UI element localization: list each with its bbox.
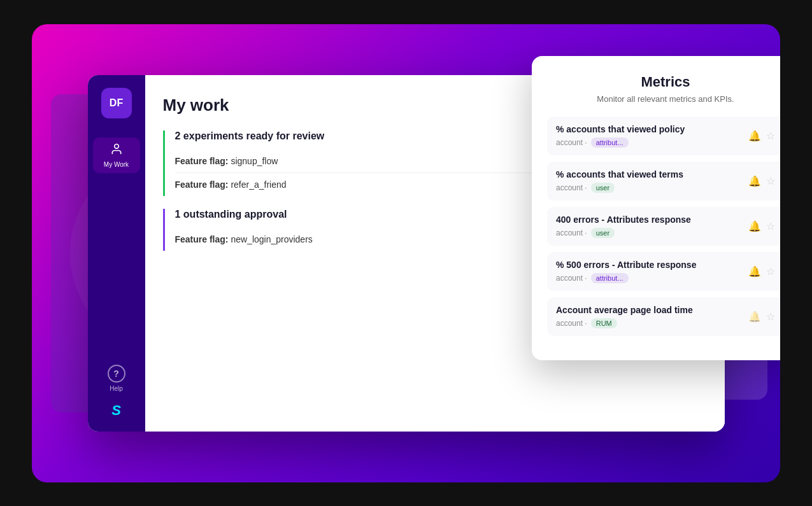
metric-tag-text-4: account · (556, 274, 587, 283)
metric-badge-1: attribut... (591, 137, 629, 148)
star-icon-4[interactable]: ☆ (766, 265, 775, 278)
metric-badge-2: user (591, 183, 615, 193)
metric-name-2: % accounts that viewed terms (556, 169, 748, 179)
feature-flag-key-2: Feature flag: (175, 179, 231, 190)
metric-info-5: Account average page load time account ·… (556, 305, 748, 328)
metric-tags-2: account · user (556, 183, 748, 193)
feature-flag-key-1: Feature flag: (175, 156, 231, 166)
metric-name-3: 400 errors - Attributes response (556, 214, 748, 225)
star-icon-5[interactable]: ☆ (766, 311, 775, 323)
my-work-icon (110, 143, 123, 158)
metrics-subtitle: Monitor all relevant metrics and KPIs. (547, 94, 780, 104)
bell-icon-1[interactable]: 🔔 (748, 130, 761, 142)
metric-info-2: % accounts that viewed terms account · u… (556, 169, 748, 193)
metric-tag-text-5: account · (556, 319, 587, 328)
metric-item-1: % accounts that viewed policy account · … (547, 116, 780, 155)
metric-tags-4: account · attribut... (556, 273, 748, 283)
feature-flag-label-3: Feature flag: new_login_providers (175, 234, 313, 244)
metric-item-2: % accounts that viewed terms account · u… (547, 162, 780, 200)
sidebar: DF My Work ? Help S (88, 75, 145, 432)
help-label: Help (110, 385, 123, 392)
star-icon-1[interactable]: ☆ (766, 130, 775, 142)
sidebar-bottom: ? Help S (108, 365, 125, 419)
metric-item-3: 400 errors - Attributes response account… (547, 207, 780, 246)
metric-tag-text-3: account · (556, 228, 587, 237)
feature-flag-key-3: Feature flag: (175, 234, 231, 244)
svg-point-0 (114, 144, 118, 148)
metric-actions-3: 🔔 ☆ (748, 220, 775, 232)
logo-mark: S (111, 402, 121, 419)
metric-tag-text-1: account · (556, 138, 587, 147)
metric-name-5: Account average page load time (556, 305, 748, 315)
metric-badge-3: user (591, 228, 615, 238)
bell-icon-5[interactable]: 🔔 (748, 311, 761, 323)
metric-actions-5: 🔔 ☆ (748, 311, 775, 323)
metric-name-4: % 500 errors - Attribute response (556, 260, 748, 270)
bell-icon-3[interactable]: 🔔 (748, 220, 761, 232)
bell-icon-2[interactable]: 🔔 (748, 175, 761, 187)
metric-tags-1: account · attribut... (556, 137, 748, 148)
sidebar-my-work-label: My Work (104, 161, 129, 168)
feature-flag-label-2: Feature flag: refer_a_friend (175, 179, 287, 190)
metric-tags-3: account · user (556, 228, 748, 238)
metric-item-5: Account average page load time account ·… (547, 297, 780, 336)
metric-info-1: % accounts that viewed policy account · … (556, 124, 748, 148)
star-icon-3[interactable]: ☆ (766, 220, 775, 232)
metric-info-4: % 500 errors - Attribute response accoun… (556, 260, 748, 283)
metric-tag-text-2: account · (556, 183, 587, 192)
sidebar-item-my-work[interactable]: My Work (93, 137, 140, 173)
star-icon-2[interactable]: ☆ (766, 175, 775, 187)
metric-badge-5: RUM (591, 318, 617, 328)
help-button[interactable]: ? Help (108, 365, 125, 392)
metric-actions-1: 🔔 ☆ (748, 130, 775, 142)
metric-item-4: % 500 errors - Attribute response accoun… (547, 252, 780, 291)
metric-badge-4: attribut... (591, 273, 629, 283)
avatar[interactable]: DF (101, 88, 132, 118)
metrics-title: Metrics (547, 74, 780, 90)
feature-flag-label-1: Feature flag: signup_flow (175, 156, 278, 166)
metric-info-3: 400 errors - Attributes response account… (556, 214, 748, 238)
bell-icon-4[interactable]: 🔔 (748, 265, 761, 278)
metric-tags-5: account · RUM (556, 318, 748, 328)
help-circle-icon: ? (108, 365, 125, 383)
metric-actions-4: 🔔 ☆ (748, 265, 775, 278)
metric-name-1: % accounts that viewed policy (556, 124, 748, 134)
screen-wrapper: DF My Work ? Help S (32, 24, 780, 482)
metric-actions-2: 🔔 ☆ (748, 175, 775, 187)
metrics-panel: Metrics Monitor all relevant metrics and… (532, 56, 780, 360)
